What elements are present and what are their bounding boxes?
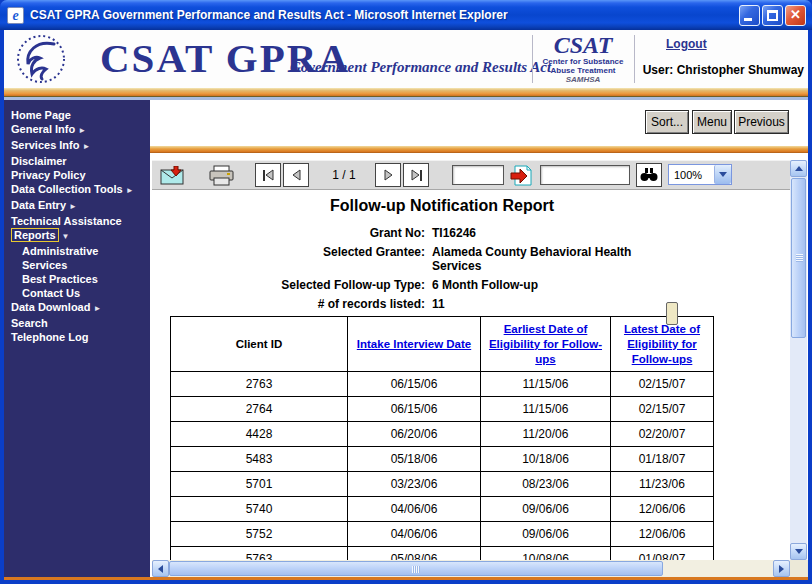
column-header-label[interactable]: Client ID — [236, 338, 283, 350]
header-stripe — [4, 88, 808, 100]
sidebar-item[interactable]: Data Download► — [4, 300, 150, 316]
nav-arrow-icon: ► — [69, 202, 77, 211]
table-cell: 12/06/06 — [611, 522, 714, 547]
field-label: Grant No: — [152, 226, 432, 240]
report-field: # of records listed: 11 — [152, 297, 790, 311]
nav-arrow-icon: ► — [78, 126, 86, 135]
sidebar-item[interactable]: General Info► — [4, 122, 150, 138]
table-cell: 11/15/06 — [481, 397, 611, 422]
bottom-stripe — [4, 577, 808, 580]
report-field: Selected Grantee: Alameda County Behavio… — [152, 245, 790, 273]
sidebar-item-label: Disclaimer — [11, 155, 67, 167]
field-label: Selected Follow-up Type: — [152, 278, 432, 292]
table-cell: 04/06/06 — [348, 497, 481, 522]
sidebar-item-label: Administrative — [22, 245, 98, 257]
menu-button[interactable]: Menu — [692, 110, 732, 134]
previous-page-button[interactable] — [283, 163, 309, 187]
first-page-button[interactable] — [255, 163, 281, 187]
column-header[interactable]: Intake Interview Date — [348, 317, 481, 372]
close-icon: ✕ — [786, 7, 805, 22]
next-page-button[interactable] — [375, 163, 401, 187]
scroll-up-button[interactable] — [790, 160, 807, 177]
table-row: 576305/08/0610/08/0601/08/07 — [171, 547, 714, 561]
goto-page-input[interactable] — [452, 165, 504, 185]
table-cell: 06/20/06 — [348, 422, 481, 447]
scrollbar-corner — [790, 560, 808, 577]
vertical-scrollbar[interactable] — [790, 160, 807, 560]
sidebar-item[interactable]: Technical Assistance — [4, 214, 150, 228]
sidebar-item[interactable]: Data Collection Tools► — [4, 182, 150, 198]
sidebar-item-label: General Info — [11, 123, 75, 135]
table-cell: 12/06/06 — [611, 497, 714, 522]
sidebar-item[interactable]: Contact Us — [4, 286, 150, 300]
table-cell: 01/08/07 — [611, 547, 714, 561]
logout-link[interactable]: Logout — [666, 37, 707, 51]
maximize-button[interactable] — [762, 5, 783, 26]
table-cell: 2764 — [171, 397, 348, 422]
sidebar-item[interactable]: Services Info► — [4, 138, 150, 154]
sidebar-item[interactable]: Reports▼ — [4, 228, 150, 244]
column-header-label[interactable]: Latest Date of Eligibility for Follow-up… — [624, 323, 700, 365]
arrow-left-icon — [158, 565, 163, 573]
browser-window: e CSAT GPRA Government Performance and R… — [0, 0, 812, 584]
table-cell: 5483 — [171, 447, 348, 472]
chevron-down-icon[interactable] — [714, 165, 731, 184]
minimize-icon — [744, 18, 752, 21]
table-cell: 02/15/07 — [611, 397, 714, 422]
close-button[interactable]: ✕ — [785, 5, 806, 26]
print-icon[interactable] — [208, 165, 236, 186]
sidebar-item[interactable]: Home Page — [4, 108, 150, 122]
export-icon[interactable] — [160, 166, 186, 185]
sidebar-item[interactable]: Services — [4, 258, 150, 272]
horizontal-scrollbar[interactable] — [152, 560, 790, 577]
page-frame: CSAT GPRA Government Performance and Res… — [4, 30, 808, 580]
horizontal-scroll-thumb[interactable] — [169, 561, 663, 576]
table-cell: 09/06/06 — [481, 497, 611, 522]
table-row: 442806/20/0611/20/0602/20/07 — [171, 422, 714, 447]
table-cell: 11/23/06 — [611, 472, 714, 497]
search-button[interactable] — [636, 163, 662, 187]
report-field: Selected Follow-up Type: 6 Month Follow-… — [152, 278, 790, 292]
table-cell: 09/06/06 — [481, 522, 611, 547]
table-header-row: Client IDIntake Interview DateEarliest D… — [171, 317, 714, 372]
sidebar-item[interactable]: Disclaimer — [4, 154, 150, 168]
sidebar-item[interactable]: Data Entry► — [4, 198, 150, 214]
column-header[interactable]: Earliest Date of Eligibility for Follow-… — [481, 317, 611, 372]
sidebar-item[interactable]: Administrative — [4, 244, 150, 258]
table-cell: 01/18/07 — [611, 447, 714, 472]
column-header-label[interactable]: Intake Interview Date — [357, 338, 471, 350]
report-title: Follow-up Notification Report — [152, 190, 732, 215]
table-cell: 2763 — [171, 372, 348, 397]
sidebar-item[interactable]: Search — [4, 316, 150, 330]
scroll-down-button[interactable] — [790, 543, 807, 560]
sidebar-item[interactable]: Telephone Log — [4, 330, 150, 344]
scroll-left-button[interactable] — [152, 560, 169, 577]
sidebar-item[interactable]: Best Practices — [4, 272, 150, 286]
previous-button[interactable]: Previous — [734, 110, 789, 134]
cursor-artifact — [666, 302, 678, 325]
column-header-label[interactable]: Earliest Date of Eligibility for Follow-… — [489, 323, 602, 365]
report-table: Client IDIntake Interview DateEarliest D… — [170, 316, 714, 560]
search-text-input[interactable] — [540, 165, 630, 185]
zoom-value: 100% — [669, 169, 714, 181]
title-bar[interactable]: e CSAT GPRA Government Performance and R… — [0, 0, 812, 30]
table-cell: 5752 — [171, 522, 348, 547]
sidebar-item[interactable]: Privacy Policy — [4, 168, 150, 182]
scroll-right-button[interactable] — [773, 560, 790, 577]
column-header[interactable]: Latest Date of Eligibility for Follow-up… — [611, 317, 714, 372]
report-fields: Grant No: TI16246 Selected Grantee: Alam… — [152, 226, 790, 311]
table-cell: 08/23/06 — [481, 472, 611, 497]
sidebar-item-label: Reports — [11, 228, 59, 242]
csat-logo-title: CSAT — [540, 33, 626, 57]
minimize-button[interactable] — [739, 5, 760, 26]
report-toolbar: 1 / 1 — [152, 160, 790, 190]
column-header[interactable]: Client ID — [171, 317, 348, 372]
header-divider — [634, 35, 635, 83]
sort-button[interactable]: Sort... — [645, 110, 689, 134]
header-divider — [532, 35, 533, 83]
sidebar-item-label: Home Page — [11, 109, 71, 121]
vertical-scroll-thumb[interactable] — [791, 178, 806, 338]
zoom-select[interactable]: 100% — [668, 164, 732, 185]
goto-page-icon[interactable] — [510, 165, 532, 186]
last-page-button[interactable] — [403, 163, 429, 187]
